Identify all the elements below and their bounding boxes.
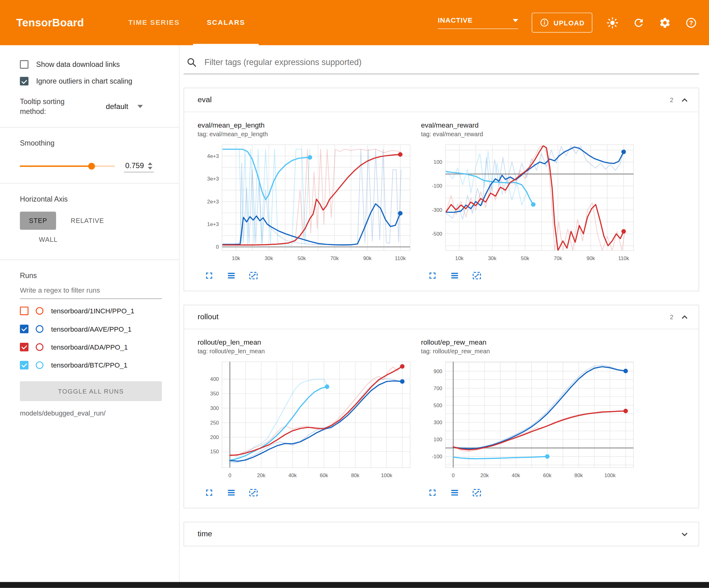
chart-actions [198, 487, 414, 498]
svg-text:300: 300 [210, 405, 219, 411]
chart-eval-mean-ep-length: eval/mean_ep_length tag: eval/mean_ep_le… [198, 121, 414, 281]
axis-step-button[interactable]: STEP [20, 212, 56, 230]
stepper-up-icon[interactable] [148, 162, 153, 165]
settings-sidebar: Show data download links Ignore outliers… [0, 45, 180, 582]
svg-text:10k: 10k [232, 255, 241, 261]
data-source-select[interactable]: INACTIVE [438, 17, 518, 29]
data-table-icon[interactable] [450, 487, 460, 498]
show-download-checkbox[interactable] [20, 60, 28, 69]
settings-gear-icon[interactable] [658, 17, 671, 29]
fit-domain-icon[interactable] [472, 487, 482, 498]
axis-relative-button[interactable]: RELATIVE [61, 212, 113, 230]
ignore-outliers-checkbox[interactable] [20, 77, 28, 85]
svg-text:-100: -100 [432, 183, 442, 189]
svg-text:350: 350 [210, 391, 219, 397]
card-title: rollout [198, 312, 670, 322]
card-header-rollout[interactable]: rollout 2 [184, 305, 699, 329]
info-icon [540, 18, 550, 28]
refresh-icon[interactable] [632, 17, 645, 29]
smoothing-slider[interactable] [20, 162, 115, 170]
run-color-circle [35, 307, 43, 314]
svg-text:80k: 80k [351, 472, 360, 478]
svg-text:-100: -100 [432, 454, 442, 460]
stepper-down-icon[interactable] [148, 167, 153, 169]
header-actions: INACTIVE UPLOAD [438, 13, 697, 32]
expand-chart-icon[interactable] [427, 487, 438, 498]
toggle-all-runs-button[interactable]: TOGGLE ALL RUNS [20, 381, 162, 401]
svg-text:0: 0 [452, 472, 454, 478]
run-checkbox[interactable] [20, 307, 28, 315]
svg-text:200: 200 [210, 434, 219, 440]
fit-domain-icon[interactable] [248, 487, 259, 498]
chart-tag: tag: rollout/ep_rew_mean [421, 348, 637, 355]
tooltip-sorting-select[interactable]: default [106, 102, 143, 111]
svg-text:400: 400 [210, 376, 219, 382]
svg-text:100: 100 [434, 159, 442, 165]
scalar-chart-canvas[interactable]: 020k40k60k80k100k900700500300100-100 [421, 358, 637, 481]
svg-text:700: 700 [434, 385, 442, 391]
scalar-chart-canvas[interactable]: 10k30k50k70k90k110k100-100-300-500 [421, 141, 637, 264]
run-checkbox[interactable] [20, 343, 28, 352]
data-table-icon[interactable] [226, 270, 237, 281]
upload-label: UPLOAD [554, 19, 584, 27]
smoothing-stepper[interactable] [148, 162, 153, 169]
expand-chart-icon[interactable] [204, 487, 215, 498]
tooltip-sorting-row: Tooltip sorting method: default [20, 97, 162, 117]
svg-text:10k: 10k [455, 255, 464, 261]
smoothing-label: Smoothing [20, 139, 162, 147]
card-title: eval [198, 95, 670, 104]
slider-fill [20, 165, 92, 167]
chart-actions [421, 270, 637, 281]
tag-filter-bar [184, 52, 699, 74]
run-row: tensorboard/ADA/PPO_1 [20, 338, 162, 356]
run-directory-label: models/debugged_eval_run/ [20, 409, 162, 417]
runs-filter-input[interactable] [20, 281, 162, 299]
slider-knob[interactable] [88, 163, 95, 170]
card-count: 2 [670, 97, 674, 103]
svg-text:110k: 110k [618, 255, 629, 261]
axis-options-row-2: WALL [30, 231, 162, 249]
svg-text:80k: 80k [574, 472, 583, 478]
fit-domain-icon[interactable] [472, 270, 482, 281]
chevron-up-icon[interactable] [680, 95, 689, 105]
chevron-up-icon[interactable] [680, 312, 689, 322]
smoothing-value-field[interactable]: 0.759 [124, 160, 154, 172]
app-header: TensorBoard TIME SERIES SCALARS INACTIVE… [0, 0, 709, 45]
svg-text:-500: -500 [432, 231, 442, 237]
chart-title: eval/mean_reward [421, 121, 637, 129]
svg-text:?: ? [689, 19, 693, 26]
tag-filter-input[interactable] [203, 57, 697, 68]
data-table-icon[interactable] [226, 487, 237, 498]
tab-time-series[interactable]: TIME SERIES [115, 0, 193, 45]
tab-scalars[interactable]: SCALARS [193, 0, 259, 45]
fit-domain-icon[interactable] [248, 270, 259, 281]
card-header-time[interactable]: time [184, 522, 699, 546]
runs-label: Runs [20, 272, 162, 280]
svg-text:-300: -300 [432, 207, 442, 213]
axis-wall-button[interactable]: WALL [30, 231, 67, 249]
chart-actions [198, 270, 414, 281]
run-label: tensorboard/AAVE/PPO_1 [51, 325, 132, 333]
brightness-icon[interactable] [606, 17, 619, 29]
help-icon[interactable]: ? [685, 17, 697, 29]
divider [0, 127, 179, 128]
run-checkbox[interactable] [20, 325, 28, 333]
svg-text:250: 250 [210, 420, 219, 426]
run-checkbox[interactable] [20, 361, 28, 369]
svg-text:40k: 40k [512, 472, 521, 478]
scalar-chart-canvas[interactable]: 10k30k50k70k90k110k01e+32e+33e+34e+3 [198, 141, 414, 264]
divider [0, 183, 179, 184]
expand-chart-icon[interactable] [427, 270, 438, 281]
card-title: time [198, 530, 680, 538]
chart-rollout-ep-len-mean: rollout/ep_len_mean tag: rollout/ep_len_… [198, 338, 414, 498]
card-header-eval[interactable]: eval 2 [184, 88, 699, 112]
data-table-icon[interactable] [450, 270, 460, 281]
scalar-chart-canvas[interactable]: 020k40k60k80k100k400350300250200150 [198, 358, 414, 481]
run-color-circle [35, 343, 43, 351]
section-card-rollout: rollout 2 rollout/ep_len_mean tag: rollo… [184, 305, 699, 508]
expand-chart-icon[interactable] [204, 270, 215, 281]
chevron-down-icon[interactable] [680, 529, 689, 539]
svg-text:70k: 70k [330, 255, 339, 261]
upload-button[interactable]: UPLOAD [532, 13, 592, 32]
tensorboard-app: TensorBoard TIME SERIES SCALARS INACTIVE… [0, 0, 709, 588]
